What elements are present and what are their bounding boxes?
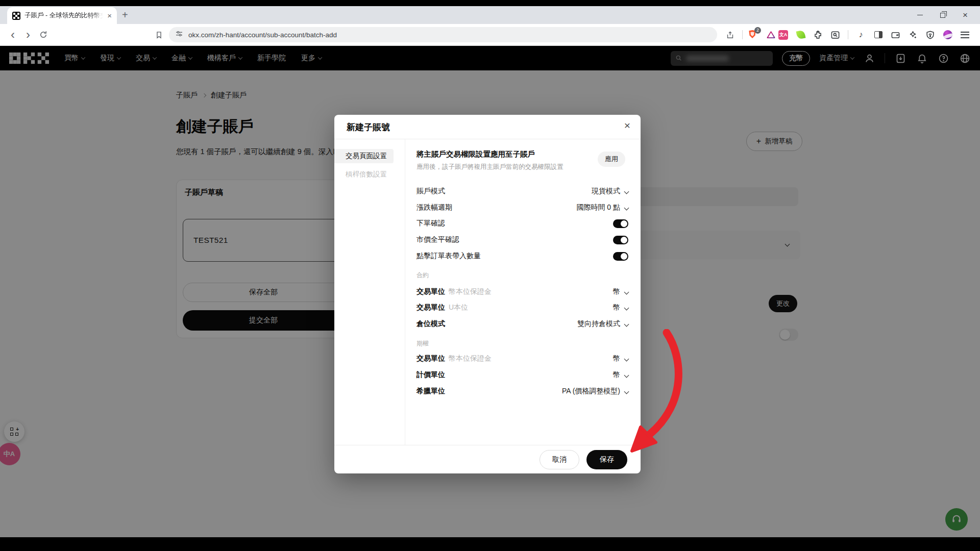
modal-tab-leverage-settings[interactable]: 槓桿倍數設置 (334, 167, 394, 182)
row-account-mode: 賬戶模式 現貨模式 (416, 186, 628, 196)
order-confirm-toggle-on[interactable] (613, 219, 628, 228)
leo-ai-sparkle-icon[interactable] (908, 30, 918, 40)
row-options-unit: 交易單位幣本位保證金 幣 (416, 354, 628, 364)
forward-icon[interactable]: › (20, 27, 36, 42)
section-options: 期權 (416, 339, 429, 347)
cancel-button[interactable]: 取消 (540, 450, 579, 469)
grammar-extension-icon[interactable] (796, 30, 805, 40)
change-period-select[interactable]: 國際時間 0 點 (576, 203, 628, 212)
modal-close-icon[interactable]: × (624, 120, 630, 131)
browser-tab-strip: 子賬戶 - 全球領先的比特幣交易 × + × (0, 6, 980, 24)
row-contract-unit-coin: 交易單位幣本位保證金 幣 (416, 287, 628, 297)
window-controls: × (917, 6, 968, 24)
puzzle-extensions-icon[interactable] (813, 30, 823, 40)
row-contract-unit-usdt: 交易單位U本位 幣 (416, 303, 628, 313)
apply-permissions-title: 將主賬戶交易權限設置應用至子賬戶 (416, 149, 535, 159)
share-icon[interactable] (722, 27, 738, 42)
search-box-extension-icon[interactable] (830, 30, 840, 40)
minimize-icon[interactable] (917, 15, 923, 15)
chevron-down-icon (624, 189, 629, 194)
vpn-shield-icon[interactable] (925, 30, 935, 40)
toolbar-divider (742, 30, 743, 39)
modal-tab-trade-page-settings[interactable]: 交易頁面設置 (334, 149, 394, 163)
row-greeks-unit: 希臘單位 PA (價格調整模型) (416, 386, 628, 396)
site-viewport: 買幣 發現 交易 金融 機構客戶 新手學院 更多 充幣 資產管理 (0, 46, 980, 537)
tab-title: 子賬戶 - 全球領先的比特幣交易 (24, 11, 103, 20)
window-close-icon[interactable]: × (963, 11, 968, 19)
menu-hamburger-icon[interactable] (960, 30, 970, 40)
new-tab-button[interactable]: + (122, 9, 128, 21)
position-mode-select[interactable]: 雙向持倉模式 (577, 319, 628, 329)
translate-extension-icon[interactable]: 文A (778, 30, 788, 40)
window-titlebar (0, 0, 980, 6)
market-close-confirm-toggle-on[interactable] (613, 236, 628, 244)
site-settings-icon[interactable] (175, 30, 183, 40)
modal-footer: 取消 保存 (334, 445, 641, 473)
reload-icon[interactable] (36, 27, 51, 42)
apply-button[interactable]: 應用 (598, 152, 625, 167)
create-subaccount-modal: 新建子賬號 × 交易頁面設置 槓桿倍數設置 將主賬戶交易權限設置應用至子賬戶 應… (334, 115, 641, 473)
back-icon[interactable]: ‹ (5, 27, 20, 42)
sidebar-toggle-icon[interactable] (873, 30, 883, 40)
modal-title: 新建子賬號 (347, 121, 390, 133)
brave-shield-icon[interactable]: 2 (747, 29, 758, 40)
annotation-arrow (612, 329, 699, 462)
wallet-icon[interactable] (891, 30, 900, 40)
browser-tab[interactable]: 子賬戶 - 全球領先的比特幣交易 × (7, 7, 117, 24)
chevron-down-icon (624, 321, 629, 327)
screen: 子賬戶 - 全球領先的比特幣交易 × + × ‹ › okx.com/z (0, 0, 980, 551)
browser-toolbar: ‹ › okx.com/zh-hant/account/sub-account/… (0, 24, 980, 46)
address-bar[interactable]: okx.com/zh-hant/account/sub-account/batc… (169, 27, 717, 42)
shield-badge: 2 (754, 27, 761, 34)
row-order-confirm: 下單確認 (416, 218, 628, 229)
row-orderbook-qty: 點擊訂單表帶入數量 (416, 251, 628, 261)
url-text: okx.com/zh-hant/account/sub-account/batc… (188, 31, 337, 39)
row-pricing-unit: 計價單位 幣 (416, 370, 628, 380)
extensions-divider (848, 30, 848, 39)
tab-close-icon[interactable]: × (107, 12, 112, 19)
bat-rewards-icon[interactable] (763, 27, 778, 42)
profile-globe-icon[interactable] (943, 30, 952, 40)
row-position-mode: 倉位模式 雙向持倉模式 (416, 319, 628, 329)
orderbook-qty-toggle-on[interactable] (613, 252, 628, 261)
row-market-close-confirm: 市價全平確認 (416, 235, 628, 245)
chevron-down-icon (624, 289, 629, 294)
contract-unit-coin-select[interactable]: 幣 (613, 287, 628, 296)
restore-icon[interactable] (940, 13, 945, 18)
chevron-down-icon (624, 205, 629, 210)
contract-unit-usdt-select[interactable]: 幣 (613, 303, 628, 312)
account-mode-select[interactable]: 現貨模式 (592, 187, 628, 196)
extensions-row: 文A ♪ (778, 30, 970, 40)
modal-header-divider (334, 139, 641, 139)
apply-permissions-description: 應用後，該子賬戶將複用主賬戶當前的交易權限設置 (416, 163, 564, 171)
music-extension-icon[interactable]: ♪ (856, 30, 866, 40)
chevron-down-icon (624, 305, 629, 310)
okx-favicon (12, 12, 20, 20)
section-contract: 合約 (416, 271, 429, 279)
address-bar-actions: 2 (722, 27, 778, 42)
bookmark-icon[interactable] (152, 27, 167, 42)
modal-sidebar-divider (405, 139, 405, 445)
taskbar-strip (0, 537, 980, 551)
row-change-period: 漲跌幅週期 國際時間 0 點 (416, 203, 628, 213)
